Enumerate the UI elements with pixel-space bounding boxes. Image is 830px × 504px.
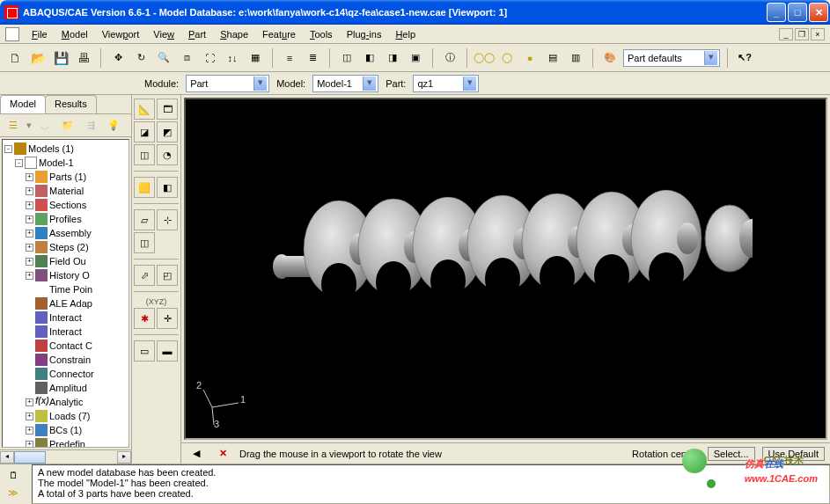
stitch-button[interactable]: ▬ [157, 340, 178, 362]
whats-this-button[interactable]: ↖? [735, 48, 754, 68]
lines1-button[interactable]: ≡ [280, 48, 299, 68]
tree-node[interactable]: Connector [4, 367, 127, 381]
module-combo[interactable]: Part [186, 75, 269, 92]
tree-root[interactable]: - Models (1) [4, 142, 127, 156]
cancel-procedure-button[interactable]: ✕ [213, 444, 232, 464]
tree-node[interactable]: +Predefin [4, 437, 127, 448]
fit-button[interactable]: ⛶ [200, 48, 219, 68]
toggle-icon[interactable]: + [26, 187, 33, 195]
tab-model[interactable]: Model [0, 95, 46, 113]
tree-node[interactable]: +Steps (2) [4, 240, 127, 254]
menu-viewport[interactable]: Viewport [95, 27, 147, 41]
tree-node[interactable]: +Loads (7) [4, 409, 127, 423]
model-combo[interactable]: Model-1 [312, 75, 378, 92]
toggle-icon[interactable]: + [26, 413, 33, 420]
tree-node[interactable]: +Parts (1) [4, 170, 127, 184]
tree-node[interactable]: Time Poin [4, 282, 127, 296]
partition-button[interactable]: ◫ [134, 232, 155, 253]
toggle-icon[interactable]: + [26, 215, 33, 223]
tree-bulb-button[interactable]: 💡 [104, 116, 123, 135]
tree-node[interactable]: +Sections [4, 198, 127, 212]
part-manager-button[interactable]: 🗔 [157, 99, 178, 120]
create-part-button[interactable]: 📐 [134, 99, 155, 120]
hidden-button[interactable]: ◧ [360, 48, 379, 68]
cut-button[interactable]: ◫ [134, 144, 155, 165]
tree-node[interactable]: ALE Adap [4, 296, 127, 310]
shell-button[interactable]: ◧ [157, 177, 178, 198]
viewport-1[interactable]: 2 1 3 [184, 98, 827, 440]
mdi-minimize-button[interactable]: _ [779, 28, 793, 40]
tree-node[interactable]: Interact [4, 310, 127, 325]
color-a-button[interactable]: ◯◯ [474, 48, 494, 68]
color-c-button[interactable]: ● [520, 48, 540, 68]
toggle-icon[interactable]: + [26, 201, 33, 209]
color-mode-combo[interactable]: Part defaults [623, 49, 720, 67]
datum-axis-button[interactable]: ⊹ [157, 209, 178, 230]
grid2-button[interactable]: ▥ [566, 48, 585, 68]
datum-plane-button[interactable]: ▱ [134, 209, 155, 230]
use-default-button[interactable]: Use Default [762, 447, 825, 461]
toggle-icon[interactable]: + [26, 230, 33, 237]
message-log[interactable]: A new model database has been created. T… [32, 464, 830, 504]
minimize-button[interactable]: _ [767, 3, 786, 22]
maximize-button[interactable]: □ [788, 3, 807, 22]
tab-results[interactable]: Results [45, 95, 97, 113]
tree-node[interactable]: Interact [4, 325, 127, 339]
menu-tools[interactable]: Tools [303, 27, 340, 41]
new-button[interactable]: 🗋 [5, 48, 25, 68]
tree-node[interactable]: +Profiles [4, 212, 127, 226]
tree-filter-button[interactable]: ☰ [4, 116, 23, 135]
tree-scrollbar-h[interactable]: ◂ ▸ [0, 449, 131, 464]
revolve-button[interactable]: ◩ [157, 121, 178, 142]
menu-help[interactable]: Help [388, 27, 422, 41]
box-zoom-button[interactable]: ⧈ [177, 48, 196, 68]
zoom-button[interactable]: 🔍 [154, 48, 173, 68]
model-tree[interactable]: - Models (1) - Model-1 +Parts (1)+Materi… [2, 139, 129, 448]
toggle-icon[interactable]: + [26, 427, 33, 435]
tree-node[interactable]: Constrain [4, 353, 127, 367]
print-button[interactable]: 🖶 [74, 48, 93, 68]
tree-node[interactable]: +Assembly [4, 226, 127, 240]
select-button[interactable]: Select... [708, 447, 755, 461]
toggle-icon[interactable]: + [26, 244, 33, 252]
toggle-icon[interactable]: + [26, 441, 33, 449]
tree-node[interactable]: +BCs (1) [4, 423, 127, 437]
extend-button[interactable]: ◰ [157, 265, 178, 286]
cycle-views-button[interactable]: ↕↓ [223, 48, 242, 68]
toggle-icon[interactable]: + [26, 398, 33, 406]
info-button[interactable]: ⓘ [440, 48, 459, 68]
open-button[interactable]: 📂 [28, 48, 48, 68]
tree-folder-button[interactable]: 📁 [58, 116, 77, 135]
menu-feature[interactable]: Feature [255, 27, 303, 41]
menu-part[interactable]: Part [181, 27, 213, 41]
tree-node[interactable]: +Material [4, 184, 127, 198]
tree-model[interactable]: - Model-1 [4, 156, 127, 170]
save-button[interactable]: 💾 [51, 48, 70, 68]
pan-button[interactable]: ✥ [108, 48, 128, 68]
part-combo[interactable]: qz1 [413, 75, 479, 92]
menu-shape[interactable]: Shape [213, 27, 255, 41]
scroll-thumb[interactable] [14, 451, 46, 464]
lines2-button[interactable]: ≣ [303, 48, 322, 68]
grid1-button[interactable]: ▤ [543, 48, 562, 68]
toggle-icon[interactable]: + [26, 258, 33, 266]
solid-button[interactable]: 🟨 [134, 177, 155, 198]
tree-node[interactable]: +Field Ou [4, 254, 127, 268]
tree-collapse-button[interactable]: ◡ [35, 116, 55, 135]
mdi-close-button[interactable]: × [811, 28, 825, 40]
tree-flow-button[interactable]: ⇶ [81, 116, 100, 135]
geom-repair-button[interactable]: ▭ [134, 340, 155, 362]
toggle-icon[interactable]: + [26, 173, 33, 181]
offset-button[interactable]: ⬀ [134, 265, 155, 286]
mdi-restore-button[interactable]: ❐ [795, 28, 809, 40]
shaded-button[interactable]: ◨ [383, 48, 402, 68]
views-button[interactable]: ▦ [246, 48, 265, 68]
point-button[interactable]: ✛ [157, 308, 178, 329]
wireframe-button[interactable]: ◫ [337, 48, 356, 68]
menu-view[interactable]: View [146, 27, 181, 41]
tree-node[interactable]: Amplitud [4, 381, 127, 395]
csys-button[interactable]: ✱ [134, 308, 155, 329]
menu-file[interactable]: File [25, 27, 55, 41]
scroll-left-button[interactable]: ◂ [0, 451, 14, 464]
toggle-icon[interactable]: - [4, 145, 12, 153]
